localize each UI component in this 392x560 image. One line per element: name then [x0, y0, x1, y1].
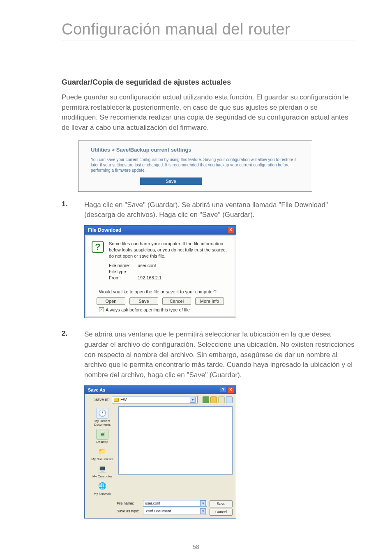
router-panel-title: Utilities > Save/Backup current settings: [91, 147, 304, 153]
step-2-number: 2.: [62, 330, 84, 380]
step-2-text: Se abrirá una ventana que le permitirá s…: [84, 330, 355, 380]
save-button[interactable]: Save: [129, 297, 158, 305]
sidebar-my-documents[interactable]: 📁 My Documents: [89, 446, 116, 461]
filetype-label: File type:: [109, 269, 138, 274]
step-1: 1. Haga clic en "Save" (Guardar). Se abr…: [62, 200, 355, 220]
filename-input[interactable]: user.conf ▾: [143, 500, 207, 507]
step-2: 2. Se abrirá una ventana que le permitir…: [62, 330, 355, 380]
step-1-number: 1.: [62, 200, 84, 220]
sidebar-my-computer[interactable]: 💻 My Computer: [89, 463, 116, 478]
savein-label: Save in:: [93, 397, 109, 402]
filename-label: File name:: [117, 501, 141, 505]
sidebar-recent-documents[interactable]: 🕐 My Recent Documents: [89, 408, 116, 426]
desktop-icon: 🖥: [96, 429, 108, 440]
sidebar-my-network[interactable]: 🌐 My Network: [89, 481, 116, 495]
file-download-title: File Download: [88, 227, 121, 233]
section-heading: Guardar/Copia de seguridad de ajustes ac…: [62, 78, 355, 87]
savein-value: FW: [120, 397, 127, 402]
from-value: 192.168.2.1: [138, 275, 161, 280]
savetype-value: .conf Document: [145, 509, 171, 513]
always-ask-checkbox[interactable]: ✓: [99, 307, 104, 312]
question-icon: ?: [92, 241, 104, 253]
from-label: From:: [109, 275, 138, 280]
step-1-text: Haga clic en "Save" (Guardar). Se abrirá…: [84, 200, 355, 220]
folder-icon: [114, 398, 119, 402]
always-ask-label: Always ask before opening this type of f…: [106, 307, 190, 312]
cancel-button[interactable]: Cancel: [210, 509, 233, 516]
save-as-titlebar: Save As ? ×: [85, 386, 236, 394]
help-icon[interactable]: ?: [220, 387, 226, 393]
sidebar-item-label: My Recent Documents: [89, 419, 116, 426]
back-icon[interactable]: [203, 396, 209, 403]
close-icon[interactable]: ×: [227, 387, 234, 393]
file-download-prompt: Would you like to open the file or save …: [99, 289, 229, 294]
my-computer-icon: 💻: [96, 463, 108, 474]
more-info-button[interactable]: More Info: [195, 297, 224, 305]
intro-paragraph: Puede guardar su configuración actual ut…: [62, 92, 355, 133]
router-save-panel: Utilities > Save/Backup current settings…: [78, 141, 312, 192]
views-icon[interactable]: [226, 396, 233, 403]
chevron-down-icon[interactable]: ▾: [190, 397, 196, 403]
chevron-down-icon[interactable]: ▾: [200, 508, 206, 514]
page-number: 58: [0, 544, 392, 550]
my-network-icon: 🌐: [96, 481, 108, 491]
open-button[interactable]: Open: [97, 297, 125, 305]
page-title: Configuración manual del router: [62, 21, 355, 41]
cancel-button[interactable]: Cancel: [162, 297, 191, 305]
savetype-label: Save as type:: [117, 509, 141, 513]
chevron-down-icon[interactable]: ▾: [200, 500, 206, 506]
save-as-dialog: Save As ? × Save in: FW ▾ 🕐: [84, 385, 236, 519]
router-save-button[interactable]: Save: [140, 177, 202, 185]
savetype-select[interactable]: .conf Document ▾: [143, 508, 207, 514]
sidebar-item-label: My Network: [89, 492, 116, 495]
sidebar-desktop[interactable]: 🖥 Desktop: [89, 429, 116, 444]
router-panel-description: You can save your current configuration …: [91, 157, 304, 173]
sidebar-item-label: My Documents: [89, 457, 116, 461]
save-as-title: Save As: [88, 387, 105, 392]
sidebar-item-label: My Computer: [89, 475, 116, 478]
save-as-sidebar: 🕐 My Recent Documents 🖥 Desktop 📁 My Doc…: [88, 406, 117, 497]
up-folder-icon[interactable]: [210, 396, 217, 403]
new-folder-icon[interactable]: [218, 396, 225, 403]
filename-label: File name:: [109, 263, 138, 268]
file-download-titlebar: File Download ×: [85, 226, 236, 235]
save-as-file-list[interactable]: [118, 406, 233, 475]
filename-value: user.conf: [138, 263, 156, 268]
filename-input-value: user.conf: [145, 501, 160, 505]
sidebar-item-label: Desktop: [89, 440, 116, 444]
file-download-message: Some files can harm your computer. If th…: [109, 241, 229, 259]
close-icon[interactable]: ×: [227, 227, 234, 233]
my-documents-icon: 📁: [96, 446, 108, 457]
save-button[interactable]: Save: [210, 500, 233, 507]
file-download-dialog: File Download × ? Some files can harm yo…: [84, 225, 236, 318]
recent-documents-icon: 🕐: [96, 408, 108, 419]
savein-select[interactable]: FW ▾: [112, 396, 198, 403]
